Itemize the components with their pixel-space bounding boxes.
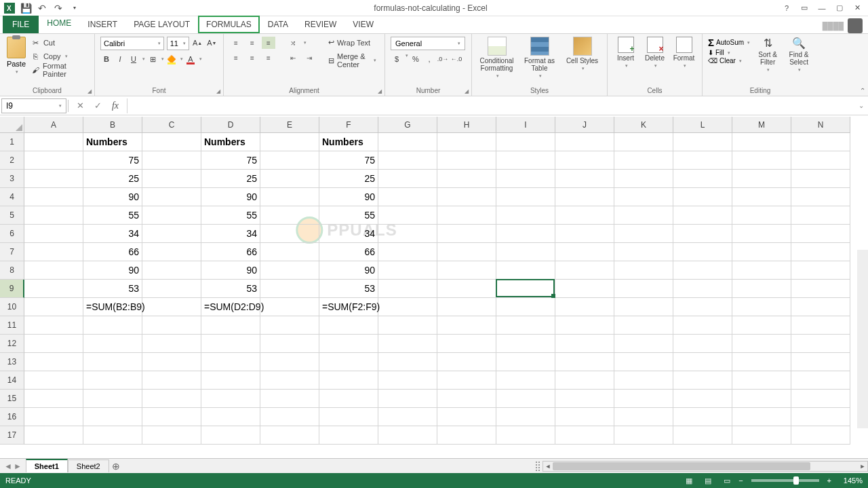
zoom-level[interactable]: 145% bbox=[835, 476, 863, 485]
cell[interactable] bbox=[83, 390, 142, 408]
cell[interactable] bbox=[437, 298, 496, 316]
align-left-button[interactable]: ≡ bbox=[229, 52, 243, 64]
cell[interactable] bbox=[732, 225, 791, 243]
cell[interactable] bbox=[496, 151, 555, 170]
number-launcher[interactable]: ◢ bbox=[465, 88, 469, 94]
tab-view[interactable]: VIEW bbox=[344, 16, 382, 33]
cell[interactable]: 25 bbox=[319, 170, 378, 188]
cell[interactable] bbox=[201, 316, 260, 335]
row-header[interactable]: 16 bbox=[0, 408, 24, 426]
col-header[interactable]: C bbox=[142, 117, 201, 133]
cell[interactable] bbox=[24, 170, 83, 188]
normal-view-icon[interactable]: ▦ bbox=[682, 475, 696, 486]
align-bottom-button[interactable]: ≡ bbox=[262, 37, 275, 49]
cell[interactable]: 25 bbox=[83, 170, 142, 188]
cell[interactable]: 75 bbox=[201, 151, 260, 170]
align-right-button[interactable]: ≡ bbox=[262, 52, 275, 64]
cell[interactable] bbox=[260, 408, 319, 426]
cell[interactable]: =SUM(B2:B9) bbox=[83, 298, 142, 316]
help-icon[interactable]: ? bbox=[780, 1, 793, 15]
cell[interactable] bbox=[673, 316, 732, 335]
cell[interactable] bbox=[24, 206, 83, 225]
cell[interactable] bbox=[378, 188, 437, 206]
cell[interactable] bbox=[791, 261, 850, 280]
cell[interactable] bbox=[319, 353, 378, 371]
cell[interactable] bbox=[732, 261, 791, 280]
col-header[interactable]: H bbox=[437, 117, 496, 133]
row-header[interactable]: 9 bbox=[0, 280, 24, 298]
cell[interactable] bbox=[83, 335, 142, 353]
cell[interactable] bbox=[496, 390, 555, 408]
cell[interactable] bbox=[260, 371, 319, 390]
cell[interactable] bbox=[378, 316, 437, 335]
row-header[interactable]: 2 bbox=[0, 151, 24, 170]
cell[interactable] bbox=[555, 243, 614, 261]
cell[interactable] bbox=[614, 151, 673, 170]
decrease-font-button[interactable]: A▼ bbox=[206, 37, 218, 49]
cell[interactable] bbox=[378, 353, 437, 371]
cell[interactable] bbox=[260, 225, 319, 243]
cell[interactable] bbox=[437, 188, 496, 206]
cell[interactable] bbox=[24, 390, 83, 408]
cell[interactable]: 90 bbox=[201, 261, 260, 280]
cell[interactable] bbox=[142, 170, 201, 188]
cell[interactable] bbox=[142, 408, 201, 426]
cells-area[interactable]: PPUALS NumbersNumbersNumbers757575252525… bbox=[24, 133, 850, 445]
cell[interactable]: 90 bbox=[319, 188, 378, 206]
decrease-decimal-button[interactable]: ←.0 bbox=[450, 53, 462, 65]
cell[interactable] bbox=[24, 243, 83, 261]
cell[interactable]: Numbers bbox=[201, 133, 260, 151]
col-header[interactable]: B bbox=[83, 117, 142, 133]
cell[interactable] bbox=[260, 390, 319, 408]
cell[interactable] bbox=[673, 133, 732, 151]
wrap-text-button[interactable]: ↩Wrap Text bbox=[326, 37, 379, 48]
comma-format-button[interactable]: , bbox=[423, 53, 435, 65]
sheet-tab-2[interactable]: Sheet2 bbox=[68, 459, 109, 472]
col-header[interactable]: I bbox=[496, 117, 555, 133]
select-all-corner[interactable] bbox=[0, 117, 24, 133]
increase-decimal-button[interactable]: .0→ bbox=[437, 53, 449, 65]
cell[interactable]: 90 bbox=[83, 188, 142, 206]
row-header[interactable]: 15 bbox=[0, 390, 24, 408]
italic-button[interactable]: I bbox=[114, 53, 126, 65]
cell[interactable]: 55 bbox=[201, 206, 260, 225]
find-select-button[interactable]: 🔍Find & Select▾ bbox=[785, 37, 812, 73]
font-launcher[interactable]: ◢ bbox=[216, 88, 220, 94]
split-handle[interactable] bbox=[536, 462, 540, 471]
cell[interactable] bbox=[437, 280, 496, 298]
cell[interactable] bbox=[555, 170, 614, 188]
cell[interactable] bbox=[614, 206, 673, 225]
cell[interactable] bbox=[437, 261, 496, 280]
delete-button[interactable]: Delete▾ bbox=[642, 37, 667, 69]
cell[interactable] bbox=[614, 408, 673, 426]
cell[interactable] bbox=[378, 426, 437, 445]
col-header[interactable]: K bbox=[614, 117, 673, 133]
cell[interactable] bbox=[201, 371, 260, 390]
cell[interactable]: 66 bbox=[319, 243, 378, 261]
font-size-select[interactable]: 11▾ bbox=[167, 37, 189, 50]
cell[interactable] bbox=[142, 133, 201, 151]
increase-indent-button[interactable]: ⇥ bbox=[302, 52, 316, 64]
cell[interactable] bbox=[260, 188, 319, 206]
cell[interactable] bbox=[614, 298, 673, 316]
cell[interactable]: =SUM(D2:D9) bbox=[201, 298, 260, 316]
cell[interactable] bbox=[437, 390, 496, 408]
cell[interactable] bbox=[791, 426, 850, 445]
cut-button[interactable]: ✂Cut bbox=[31, 37, 89, 49]
redo-icon[interactable]: ↷ bbox=[52, 1, 65, 15]
cell[interactable] bbox=[791, 316, 850, 335]
underline-button[interactable]: U bbox=[127, 53, 140, 65]
cell[interactable] bbox=[791, 335, 850, 353]
cell[interactable] bbox=[24, 408, 83, 426]
cell[interactable] bbox=[614, 335, 673, 353]
cell[interactable] bbox=[378, 390, 437, 408]
cell[interactable] bbox=[83, 426, 142, 445]
cell[interactable] bbox=[555, 225, 614, 243]
cell[interactable] bbox=[24, 426, 83, 445]
row-header[interactable]: 13 bbox=[0, 353, 24, 371]
formula-input[interactable] bbox=[127, 98, 854, 113]
cell[interactable]: 75 bbox=[83, 151, 142, 170]
number-format-select[interactable]: General▾ bbox=[391, 37, 465, 50]
cell[interactable] bbox=[732, 170, 791, 188]
cell[interactable] bbox=[791, 188, 850, 206]
